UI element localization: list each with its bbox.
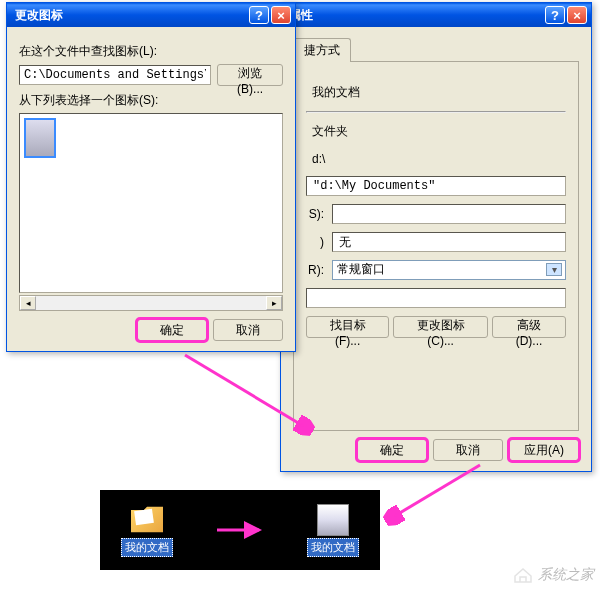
shortcutkey-label: ): [306, 235, 324, 249]
horizontal-scrollbar[interactable]: ◂ ▸: [19, 295, 283, 311]
arrow-icon: [215, 520, 265, 540]
properties-title: 属性: [285, 7, 543, 24]
watermark: 系统之家: [512, 566, 594, 584]
icon-option[interactable]: [24, 118, 56, 158]
search-in-label: 在这个文件中查找图标(L):: [19, 43, 283, 60]
startin-label: S):: [306, 207, 324, 221]
change-icon-titlebar[interactable]: 更改图标 ? ×: [7, 3, 295, 27]
desktop-icon-after[interactable]: 我的文档: [307, 504, 359, 557]
change-icon-button-row: 确定 取消: [19, 319, 283, 341]
run-select[interactable]: 常规窗口: [332, 260, 566, 280]
desktop-icon-label: 我的文档: [307, 538, 359, 557]
comment-input[interactable]: [306, 288, 566, 308]
annotation-arrow-icon: [180, 350, 320, 440]
change-icon-button[interactable]: 更改图标(C)...: [393, 316, 488, 338]
desktop-icon-before[interactable]: 我的文档: [121, 504, 173, 557]
scroll-right-icon[interactable]: ▸: [266, 296, 282, 310]
change-icon-body: 在这个文件中查找图标(L): 浏览(B)... 从下列表选择一个图标(S): ◂…: [7, 27, 295, 351]
shortcut-name: 我的文档: [306, 82, 566, 103]
desktop-icon-label: 我的文档: [121, 538, 173, 557]
find-target-button[interactable]: 找目标(F)...: [306, 316, 389, 338]
scroll-track[interactable]: [36, 296, 266, 310]
svg-line-2: [388, 465, 480, 520]
annotation-arrow-icon: [380, 460, 490, 530]
shortcutkey-input[interactable]: [332, 232, 566, 252]
help-icon[interactable]: ?: [249, 6, 269, 24]
folder-icon: [131, 504, 163, 536]
close-icon[interactable]: ×: [271, 6, 291, 24]
location-value: d:\: [306, 150, 566, 168]
properties-cancel-button[interactable]: 取消: [433, 439, 503, 461]
scroll-left-icon[interactable]: ◂: [20, 296, 36, 310]
shortcut-tabpanel: 我的文档 文件夹 d:\ S): ) R): 常规窗口: [293, 61, 579, 431]
desktop-preview: 我的文档 我的文档: [100, 490, 380, 570]
change-icon-title: 更改图标: [11, 7, 247, 24]
advanced-button[interactable]: 高级(D)...: [492, 316, 566, 338]
target-input[interactable]: [306, 176, 566, 196]
svg-line-1: [185, 355, 310, 430]
tab-shortcut[interactable]: 捷方式: [293, 38, 351, 62]
properties-apply-button[interactable]: 应用(A): [509, 439, 579, 461]
change-icon-dialog: 更改图标 ? × 在这个文件中查找图标(L): 浏览(B)... 从下列表选择一…: [6, 2, 296, 352]
change-icon-ok-button[interactable]: 确定: [137, 319, 207, 341]
close-icon[interactable]: ×: [567, 6, 587, 24]
custom-icon: [317, 504, 349, 536]
properties-titlebar[interactable]: 属性 ? ×: [281, 3, 591, 27]
run-label: R):: [306, 263, 324, 277]
icon-listbox[interactable]: [19, 113, 283, 293]
icon-path-input[interactable]: [19, 65, 211, 85]
properties-ok-button[interactable]: 确定: [357, 439, 427, 461]
startin-input[interactable]: [332, 204, 566, 224]
properties-dialog: 属性 ? × 捷方式 我的文档 文件夹 d:\ S): ): [280, 2, 592, 472]
properties-button-row: 确定 取消 应用(A): [293, 439, 579, 461]
properties-body: 捷方式 我的文档 文件夹 d:\ S): ): [281, 27, 591, 471]
help-icon[interactable]: ?: [545, 6, 565, 24]
change-icon-cancel-button[interactable]: 取消: [213, 319, 283, 341]
type-value: 文件夹: [306, 121, 566, 142]
house-icon: [512, 566, 534, 584]
browse-button[interactable]: 浏览(B)...: [217, 64, 283, 86]
